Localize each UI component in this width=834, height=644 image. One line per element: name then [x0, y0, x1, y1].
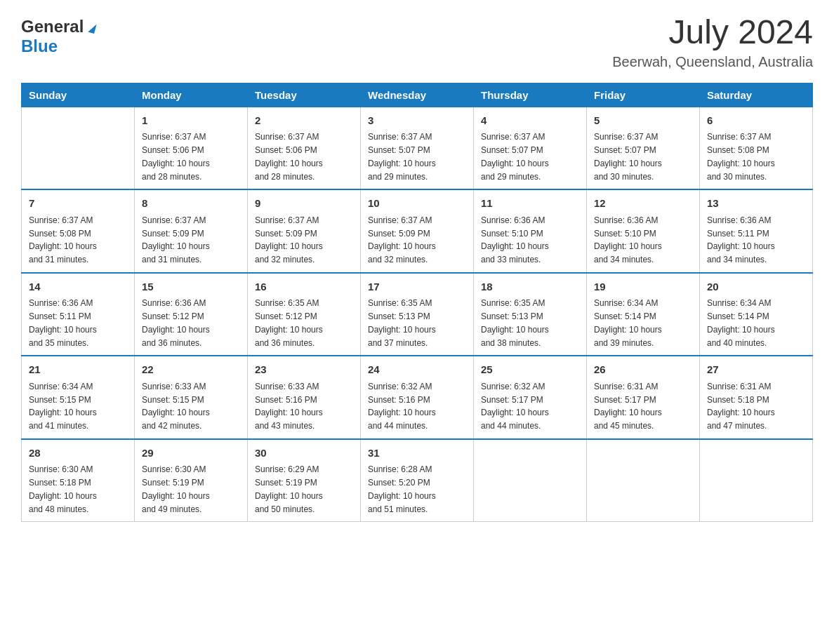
header-row: SundayMondayTuesdayWednesdayThursdayFrid… — [22, 83, 813, 107]
day-cell: 12Sunrise: 6:36 AMSunset: 5:10 PMDayligh… — [587, 189, 700, 273]
day-info: Sunrise: 6:37 AMSunset: 5:07 PMDaylight:… — [594, 132, 662, 181]
calendar-header: SundayMondayTuesdayWednesdayThursdayFrid… — [22, 83, 813, 107]
day-cell: 7Sunrise: 6:37 AMSunset: 5:08 PMDaylight… — [22, 189, 135, 273]
day-info: Sunrise: 6:36 AMSunset: 5:11 PMDaylight:… — [707, 215, 775, 264]
day-info: Sunrise: 6:29 AMSunset: 5:19 PMDaylight:… — [255, 464, 323, 514]
day-number: 6 — [707, 113, 805, 129]
calendar-table: SundayMondayTuesdayWednesdayThursdayFrid… — [21, 83, 813, 523]
day-number: 8 — [142, 196, 240, 212]
week-row-5: 28Sunrise: 6:30 AMSunset: 5:18 PMDayligh… — [22, 439, 813, 522]
day-info: Sunrise: 6:36 AMSunset: 5:10 PMDaylight:… — [481, 215, 549, 264]
day-info: Sunrise: 6:32 AMSunset: 5:16 PMDaylight:… — [368, 382, 436, 431]
day-info: Sunrise: 6:34 AMSunset: 5:14 PMDaylight:… — [594, 298, 662, 347]
day-number: 19 — [594, 279, 692, 295]
day-number: 7 — [29, 196, 127, 212]
day-cell: 31Sunrise: 6:28 AMSunset: 5:20 PMDayligh… — [361, 439, 474, 522]
day-info: Sunrise: 6:37 AMSunset: 5:07 PMDaylight:… — [368, 132, 436, 181]
day-header-wednesday: Wednesday — [361, 83, 474, 107]
day-cell — [22, 107, 135, 189]
day-cell: 2Sunrise: 6:37 AMSunset: 5:06 PMDaylight… — [248, 107, 361, 189]
day-info: Sunrise: 6:37 AMSunset: 5:08 PMDaylight:… — [707, 132, 775, 181]
day-cell: 1Sunrise: 6:37 AMSunset: 5:06 PMDaylight… — [135, 107, 248, 189]
day-info: Sunrise: 6:31 AMSunset: 5:18 PMDaylight:… — [707, 382, 775, 431]
day-info: Sunrise: 6:31 AMSunset: 5:17 PMDaylight:… — [594, 382, 662, 431]
logo-blue-text: Blue — [21, 36, 95, 56]
day-cell: 30Sunrise: 6:29 AMSunset: 5:19 PMDayligh… — [248, 439, 361, 522]
day-info: Sunrise: 6:37 AMSunset: 5:09 PMDaylight:… — [255, 215, 323, 264]
day-cell: 26Sunrise: 6:31 AMSunset: 5:17 PMDayligh… — [587, 356, 700, 439]
day-header-monday: Monday — [135, 83, 248, 107]
calendar-body: 1Sunrise: 6:37 AMSunset: 5:06 PMDaylight… — [22, 107, 813, 522]
day-info: Sunrise: 6:30 AMSunset: 5:18 PMDaylight:… — [29, 464, 97, 514]
day-number: 25 — [481, 362, 579, 378]
day-number: 4 — [481, 113, 579, 129]
day-header-sunday: Sunday — [22, 83, 135, 107]
day-cell: 3Sunrise: 6:37 AMSunset: 5:07 PMDaylight… — [361, 107, 474, 189]
day-number: 9 — [255, 196, 353, 212]
day-number: 21 — [29, 362, 127, 378]
day-info: Sunrise: 6:36 AMSunset: 5:11 PMDaylight:… — [29, 298, 97, 347]
day-info: Sunrise: 6:36 AMSunset: 5:12 PMDaylight:… — [142, 298, 210, 347]
day-info: Sunrise: 6:33 AMSunset: 5:16 PMDaylight:… — [255, 382, 323, 431]
day-number: 14 — [29, 279, 127, 295]
day-cell: 16Sunrise: 6:35 AMSunset: 5:12 PMDayligh… — [248, 273, 361, 356]
day-info: Sunrise: 6:37 AMSunset: 5:09 PMDaylight:… — [142, 215, 210, 264]
day-number: 30 — [255, 445, 353, 462]
day-cell: 24Sunrise: 6:32 AMSunset: 5:16 PMDayligh… — [361, 356, 474, 439]
day-number: 18 — [481, 279, 579, 295]
logo-arrow-icon — [88, 22, 96, 34]
day-info: Sunrise: 6:30 AMSunset: 5:19 PMDaylight:… — [142, 464, 210, 514]
day-header-friday: Friday — [587, 83, 700, 107]
day-cell: 27Sunrise: 6:31 AMSunset: 5:18 PMDayligh… — [700, 356, 813, 439]
day-number: 3 — [368, 113, 466, 129]
day-info: Sunrise: 6:36 AMSunset: 5:10 PMDaylight:… — [594, 215, 662, 264]
logo-wordmark: General Blue — [21, 17, 95, 55]
day-number: 17 — [368, 279, 466, 295]
day-cell — [474, 439, 587, 522]
day-number: 11 — [481, 196, 579, 212]
day-info: Sunrise: 6:37 AMSunset: 5:07 PMDaylight:… — [481, 132, 549, 181]
day-info: Sunrise: 6:34 AMSunset: 5:15 PMDaylight:… — [29, 382, 97, 431]
day-cell: 5Sunrise: 6:37 AMSunset: 5:07 PMDaylight… — [587, 107, 700, 189]
day-header-tuesday: Tuesday — [248, 83, 361, 107]
day-number: 13 — [707, 196, 805, 212]
day-header-thursday: Thursday — [474, 83, 587, 107]
day-info: Sunrise: 6:37 AMSunset: 5:06 PMDaylight:… — [142, 132, 210, 181]
day-number: 5 — [594, 113, 692, 129]
day-info: Sunrise: 6:35 AMSunset: 5:13 PMDaylight:… — [368, 298, 436, 347]
month-year-title: July 2024 — [612, 14, 813, 51]
day-number: 15 — [142, 279, 240, 295]
week-row-3: 14Sunrise: 6:36 AMSunset: 5:11 PMDayligh… — [22, 273, 813, 356]
day-cell: 10Sunrise: 6:37 AMSunset: 5:09 PMDayligh… — [361, 189, 474, 273]
day-number: 24 — [368, 362, 466, 378]
day-info: Sunrise: 6:37 AMSunset: 5:06 PMDaylight:… — [255, 132, 323, 181]
day-cell: 21Sunrise: 6:34 AMSunset: 5:15 PMDayligh… — [22, 356, 135, 439]
day-cell: 4Sunrise: 6:37 AMSunset: 5:07 PMDaylight… — [474, 107, 587, 189]
day-number: 12 — [594, 196, 692, 212]
day-number: 22 — [142, 362, 240, 378]
day-info: Sunrise: 6:33 AMSunset: 5:15 PMDaylight:… — [142, 382, 210, 431]
day-cell: 22Sunrise: 6:33 AMSunset: 5:15 PMDayligh… — [135, 356, 248, 439]
logo-general-text: General — [21, 17, 95, 36]
logo: General Blue — [21, 14, 95, 55]
day-cell: 19Sunrise: 6:34 AMSunset: 5:14 PMDayligh… — [587, 273, 700, 356]
day-number: 1 — [142, 113, 240, 129]
day-number: 20 — [707, 279, 805, 295]
day-cell: 14Sunrise: 6:36 AMSunset: 5:11 PMDayligh… — [22, 273, 135, 356]
day-cell: 17Sunrise: 6:35 AMSunset: 5:13 PMDayligh… — [361, 273, 474, 356]
day-cell: 9Sunrise: 6:37 AMSunset: 5:09 PMDaylight… — [248, 189, 361, 273]
day-cell — [700, 439, 813, 522]
day-cell: 25Sunrise: 6:32 AMSunset: 5:17 PMDayligh… — [474, 356, 587, 439]
day-cell: 11Sunrise: 6:36 AMSunset: 5:10 PMDayligh… — [474, 189, 587, 273]
day-cell: 8Sunrise: 6:37 AMSunset: 5:09 PMDaylight… — [135, 189, 248, 273]
day-cell: 28Sunrise: 6:30 AMSunset: 5:18 PMDayligh… — [22, 439, 135, 522]
day-info: Sunrise: 6:37 AMSunset: 5:09 PMDaylight:… — [368, 215, 436, 264]
week-row-1: 1Sunrise: 6:37 AMSunset: 5:06 PMDaylight… — [22, 107, 813, 189]
day-number: 29 — [142, 445, 240, 462]
day-cell: 23Sunrise: 6:33 AMSunset: 5:16 PMDayligh… — [248, 356, 361, 439]
day-cell: 13Sunrise: 6:36 AMSunset: 5:11 PMDayligh… — [700, 189, 813, 273]
location-subtitle: Beerwah, Queensland, Australia — [612, 54, 813, 70]
day-cell: 18Sunrise: 6:35 AMSunset: 5:13 PMDayligh… — [474, 273, 587, 356]
day-cell: 29Sunrise: 6:30 AMSunset: 5:19 PMDayligh… — [135, 439, 248, 522]
page-header: General Blue July 2024 Beerwah, Queensla… — [21, 14, 813, 70]
